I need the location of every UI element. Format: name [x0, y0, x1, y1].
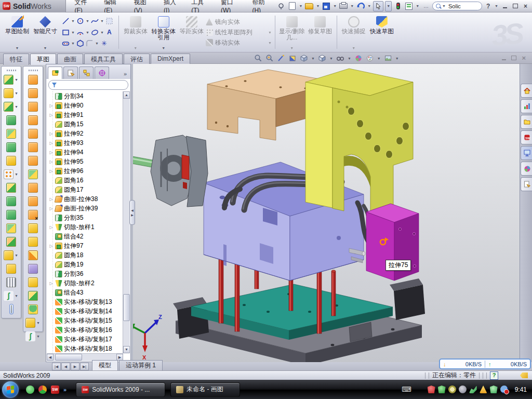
- scroll-thumb[interactable]: [123, 294, 130, 321]
- fillet-caret-icon[interactable]: ▼: [15, 105, 18, 109]
- search-caret-icon[interactable]: ▼: [442, 4, 446, 8]
- reference-geometry-icon[interactable]: [25, 318, 35, 328]
- tree-item[interactable]: 分割36: [47, 269, 123, 278]
- trim-surface-icon[interactable]: [28, 250, 38, 260]
- text-icon[interactable]: A: [105, 28, 114, 37]
- first-tab-icon[interactable]: |◀: [52, 363, 61, 370]
- tree-item[interactable]: ▷曲面-拉伸38: [47, 194, 123, 204]
- rectangle-icon[interactable]: [61, 28, 70, 37]
- panel-splitter-handle[interactable]: ◀▶: [129, 200, 135, 225]
- child-close-icon[interactable]: ×: [522, 54, 526, 62]
- tree-item[interactable]: ▷拉伸90: [47, 101, 123, 110]
- smart-dimension-caret-icon[interactable]: ▼: [44, 46, 47, 50]
- tree-item[interactable]: ▷拉伸96: [47, 166, 123, 176]
- minimize-icon[interactable]: [500, 3, 509, 10]
- extruded-boss-caret-icon[interactable]: ▼: [15, 78, 18, 82]
- toolbox-overflow-icon[interactable]: …: [421, 2, 431, 11]
- planar-surface-icon[interactable]: [28, 156, 38, 166]
- mirror-icon[interactable]: [6, 223, 16, 233]
- wireless-warning-icon[interactable]: [480, 385, 487, 393]
- reference-geometry-caret-icon[interactable]: ▼: [36, 321, 40, 325]
- measure-icon[interactable]: [11, 305, 12, 313]
- scroll-left-icon[interactable]: ◀: [47, 354, 54, 361]
- circle-icon[interactable]: [76, 17, 85, 25]
- delete-face-icon[interactable]: [28, 210, 38, 220]
- curve-icon[interactable]: ∫: [4, 291, 14, 301]
- rebuild-traffic-light-icon[interactable]: [393, 2, 403, 11]
- line-caret-icon[interactable]: ▼: [71, 19, 75, 23]
- antivirus-icon[interactable]: [438, 385, 446, 393]
- replace-face-icon[interactable]: [28, 223, 38, 233]
- untrim-surface-icon[interactable]: [28, 264, 38, 274]
- circle-caret-icon[interactable]: ▼: [86, 19, 89, 23]
- tree-item[interactable]: 分割35: [47, 213, 123, 222]
- child-restore-icon[interactable]: [511, 55, 516, 62]
- tree-item[interactable]: ▷拉伸93: [47, 138, 123, 148]
- task-button-paint[interactable]: 未命名 - 画图: [170, 382, 240, 397]
- convert-entities-button[interactable]: 转换实体引用 ▼: [150, 14, 178, 50]
- undo-caret-icon[interactable]: ▼: [367, 4, 371, 8]
- curve-caret-icon[interactable]: ▼: [36, 335, 40, 338]
- core-icon[interactable]: [28, 142, 38, 152]
- rectangle-caret-icon[interactable]: ▼: [71, 31, 75, 34]
- messenger-busy-icon[interactable]: [500, 385, 508, 393]
- fillet-surface-icon[interactable]: [28, 291, 38, 301]
- expand-icon[interactable]: ▷: [49, 113, 54, 117]
- select-arrow-icon[interactable]: [373, 1, 383, 11]
- sketch-button[interactable]: 草图绘制 ▼: [3, 14, 31, 50]
- linear-pattern-caret-icon[interactable]: ▼: [15, 172, 18, 176]
- extruded-cut-caret-icon[interactable]: ▼: [15, 91, 18, 95]
- print-icon[interactable]: [339, 2, 348, 11]
- sketch-caret-icon[interactable]: ▼: [16, 46, 19, 50]
- tree-item[interactable]: 实体-移动/复制15: [47, 316, 123, 325]
- tree-item[interactable]: ▷曲面-拉伸39: [47, 204, 123, 213]
- spline-caret-icon[interactable]: ▼: [100, 19, 104, 23]
- lofted-boss-icon[interactable]: [6, 129, 16, 139]
- update-icon[interactable]: [448, 385, 456, 393]
- network-speed-widget[interactable]: ↓0KB/S ↑0KB/S: [439, 358, 531, 369]
- view-orientation-icon[interactable]: [299, 54, 309, 63]
- tab-评估[interactable]: 评估: [124, 54, 150, 65]
- radiate-surface-icon[interactable]: [28, 196, 38, 206]
- extruded-cut-icon[interactable]: [4, 88, 14, 98]
- fillet-icon[interactable]: [4, 102, 14, 112]
- close-icon[interactable]: ×: [521, 3, 530, 10]
- tree-vertical-scrollbar[interactable]: ▲ ▼: [123, 91, 130, 353]
- print-caret-icon[interactable]: ▼: [350, 4, 354, 8]
- tree-item[interactable]: ▷拉伸97: [47, 241, 123, 250]
- line-icon[interactable]: [61, 17, 70, 25]
- tree-item[interactable]: 圆角16: [47, 176, 123, 185]
- ellipse-icon[interactable]: [90, 28, 99, 37]
- new-document-icon[interactable]: [287, 2, 297, 11]
- tree-item[interactable]: 圆角15: [47, 119, 123, 129]
- expand-icon[interactable]: ▷: [49, 141, 54, 145]
- search-box[interactable]: ▼: [432, 2, 482, 10]
- curve-caret-icon[interactable]: ▼: [15, 294, 18, 298]
- panel-tabs-overflow[interactable]: »: [122, 71, 129, 79]
- save-caret-icon[interactable]: ▼: [333, 4, 337, 8]
- curve-icon[interactable]: ∫: [25, 331, 35, 341]
- search-input[interactable]: [447, 3, 476, 10]
- reference-geometry-caret-icon[interactable]: ▼: [15, 254, 18, 257]
- tag-icon[interactable]: [520, 373, 528, 378]
- quick-launch-chevron[interactable]: »: [63, 387, 66, 393]
- expand-icon[interactable]: ▷: [49, 103, 54, 108]
- new-caret-icon[interactable]: ▼: [299, 4, 302, 8]
- tree-item[interactable]: 圆角19: [47, 260, 123, 269]
- defender-icon[interactable]: [490, 385, 498, 393]
- slot-icon[interactable]: [61, 39, 70, 48]
- rapid-sketch-button[interactable]: 快速草图: [368, 14, 396, 50]
- tree-item[interactable]: ▷拉伸92: [47, 129, 123, 138]
- help-caret-icon[interactable]: ▼: [495, 4, 498, 8]
- boundary-boss-icon[interactable]: [6, 142, 16, 152]
- selection-box-icon[interactable]: [105, 17, 114, 25]
- display-delete-relations-button[interactable]: 显示/删除几... ▼: [278, 14, 306, 50]
- tree-item[interactable]: 组合43: [47, 288, 123, 297]
- section-view-icon[interactable]: [288, 54, 297, 63]
- expand-icon[interactable]: ▷: [49, 150, 54, 155]
- design-library-tab[interactable]: [521, 115, 532, 129]
- tab-DimXpert[interactable]: DimXpert: [151, 54, 190, 65]
- quick-tips-icon[interactable]: ?: [490, 371, 498, 380]
- configurationmanager-tab[interactable]: [79, 66, 94, 79]
- apply-scene-caret-icon[interactable]: ▼: [377, 57, 381, 60]
